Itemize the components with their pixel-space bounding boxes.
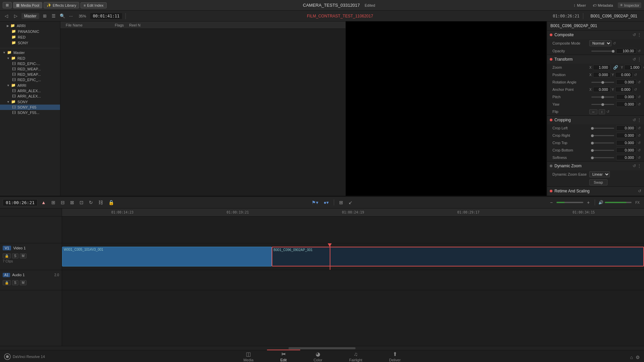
expand-icon[interactable]: ⋮ [637,118,641,122]
retime-scaling-header[interactable]: Retime And Scaling ↺ [547,187,644,195]
zoom-link-icon[interactable]: 🔗 [613,65,618,70]
audio-mute-button[interactable]: M [20,280,26,285]
tree-item-arri-alex1[interactable]: 🎞 ARRI_ALEX... [0,88,60,94]
trim-tool-button[interactable]: ⊞ [50,199,57,206]
softness-slider[interactable] [591,157,614,158]
dynamic-trim-button[interactable]: ↻ [87,199,95,206]
tree-item-sony[interactable]: ▼ 📁 SONY [0,99,60,105]
nav-forward-icon[interactable]: ▷ [12,12,19,20]
audio-solo-button[interactable]: S [12,280,18,285]
media-pool-button[interactable]: ▦ Media Pool [13,2,42,8]
composite-mode-reset[interactable]: ↺ [613,41,616,46]
fx-button[interactable]: FX [634,200,641,205]
tab-edit[interactable]: ✂ Edit [267,350,300,362]
pitch-slider[interactable] [591,97,614,98]
slide-tool-button[interactable]: ⊡ [78,199,85,206]
tab-deliver[interactable]: ⬆ Deliver [376,350,414,362]
cropping-header[interactable]: Cropping ↺ ⋮ [547,116,644,124]
insert-button[interactable]: ⊞ [337,199,345,206]
crop-bottom-reset[interactable]: ↺ [638,148,641,153]
workspace-menu-button[interactable]: ⊞ [3,2,12,8]
position-reset[interactable]: ↺ [634,73,637,77]
clip-block-2[interactable]: B001_C096_0902AP_001 [272,247,644,266]
rotation-slider[interactable] [591,82,614,83]
volume-slider[interactable] [605,202,632,203]
expand-icon[interactable]: ⋮ [637,33,641,37]
tree-item-red-expanded[interactable]: ▼ 📁 RED [0,55,60,61]
reset-icon[interactable]: ↺ [633,57,636,62]
effects-library-button[interactable]: ✨ Effects Library [44,2,79,8]
reset-icon[interactable]: ↺ [633,118,636,122]
zoom-out-button[interactable]: − [548,199,554,206]
timeline-ruler[interactable]: 01:00:14:23 01:00:19:21 01:00:24:19 01:0… [62,208,644,217]
reset-icon[interactable]: ↺ [633,164,636,168]
tree-item-red-epic1[interactable]: 🎞 RED_EPIC-... [0,61,60,66]
track-source-button[interactable]: S [12,253,18,258]
tab-fairlight[interactable]: ♫ Fairlight [336,350,376,362]
pitch-reset[interactable]: ↺ [638,95,641,99]
expand-icon[interactable]: ⋮ [637,57,641,62]
opacity-slider[interactable] [591,51,614,52]
track-mute-button[interactable]: M [20,253,26,258]
tree-item-sony-f55[interactable]: 🎞 SONY_F55... [0,110,60,115]
crop-right-slider[interactable] [591,135,614,136]
tree-item-arri-alex2[interactable]: 🎞 ARRI_ALEX... [0,94,60,99]
transform-header[interactable]: Transform ↺ ⋮ [547,55,644,64]
clip-block-1[interactable]: W001_C005_1014V3_001 [62,247,272,266]
softness-reset[interactable]: ↺ [638,156,641,160]
tree-item-red-weap2[interactable]: 🎞 RED_WEAP... [0,72,60,77]
crop-right-reset[interactable]: ↺ [638,133,641,138]
selection-tool-button[interactable]: ▲ [40,199,48,206]
crop-top-slider[interactable] [591,142,614,143]
edit-index-button[interactable]: ≡ Edit Index [80,2,106,8]
flip-v-button[interactable]: ↕ [599,109,605,114]
reset-icon[interactable]: ↺ [633,33,636,37]
opacity-reset[interactable]: ↺ [638,49,641,53]
rotation-reset[interactable]: ↺ [638,80,641,84]
crop-bottom-slider[interactable] [591,150,614,151]
crop-left-reset[interactable]: ↺ [638,126,641,130]
home-button[interactable]: ⌂ [630,355,633,360]
search-icon[interactable]: 🔍 [59,12,66,20]
zoom-in-button[interactable]: + [585,199,591,206]
list-view-icon[interactable]: ☰ [50,12,57,20]
dynamic-zoom-ease-select[interactable]: Linear [589,171,610,177]
tree-item-arri-top[interactable]: ▶ 📁 ARRI [0,23,60,28]
crop-left-slider[interactable] [591,128,614,129]
metadata-button[interactable]: 🏷 Metadata [591,3,615,8]
reset-icon[interactable]: ↺ [638,189,641,193]
timeline-zoom-slider[interactable] [556,202,583,203]
flip-reset[interactable]: ↺ [606,110,609,114]
tree-item-red-weap1[interactable]: 🎞 RED_WEAP... [0,66,60,72]
tree-item-panasonic[interactable]: 📁 PANASONIC [0,28,60,34]
grid-view-icon[interactable]: ⊞ [41,12,49,20]
yaw-slider[interactable] [591,104,614,105]
scrollbar-thumb[interactable] [288,347,356,349]
dynamic-zoom-header[interactable]: Dynamic Zoom ↺ ⋮ [547,162,644,170]
bin-path[interactable]: Master [21,13,39,19]
more-options-icon[interactable]: ··· [67,12,75,20]
swap-button[interactable]: Swap [589,179,607,185]
audio-lock-button[interactable]: 🔒 [3,280,11,285]
link-button[interactable]: ⛓ [97,199,105,206]
tab-media[interactable]: ◫ Media [230,350,267,362]
track-lock-button[interactable]: 🔒 [3,253,11,258]
nav-back-icon[interactable]: ◁ [3,12,10,20]
tab-color[interactable]: ◕ Color [300,350,336,362]
settings-button[interactable]: ⚙ [636,355,640,360]
tree-item-sony-top[interactable]: 📁 SONY [0,40,60,46]
mixer-button[interactable]: ⫶ Mixer [572,3,588,8]
flip-h-button[interactable]: ↔ [589,109,597,114]
slip-tool-button[interactable]: ⊠ [68,199,76,206]
flag-button[interactable]: ⚑▾ [310,199,320,206]
color-tag-button[interactable]: ●▾ [322,199,330,206]
composite-header[interactable]: Composite ↺ ⋮ [547,31,644,39]
tree-item-red[interactable]: 📁 RED [0,34,60,40]
tree-item-sony-f65[interactable]: 🎞 SONY_F65 [0,105,60,110]
composite-mode-select[interactable]: Normal [589,40,611,46]
yaw-reset[interactable]: ↺ [638,102,641,107]
lock-button[interactable]: 🔒 [107,199,116,206]
tree-item-red-epic2[interactable]: 🎞 RED_EPIC_... [0,77,60,82]
tree-item-master[interactable]: ▼ 📁 Master [0,50,60,55]
inspector-button[interactable]: ✳ Inspector [618,2,641,8]
